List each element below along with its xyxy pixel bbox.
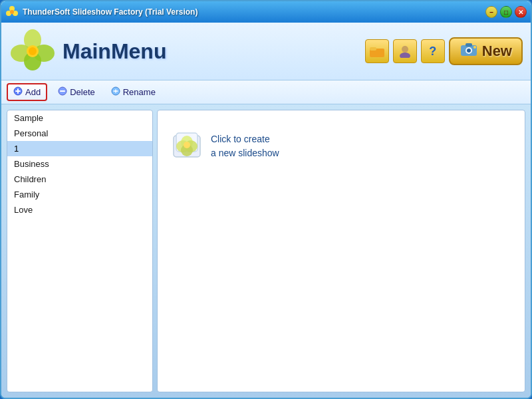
rename-label: Rename	[123, 87, 156, 97]
svg-point-9	[29, 47, 37, 55]
list-item[interactable]: Children	[7, 172, 152, 187]
user-button[interactable]	[393, 39, 417, 63]
logo-area: MainMenu	[9, 28, 166, 74]
svg-point-16	[467, 49, 471, 53]
delete-button[interactable]: Delete	[53, 84, 100, 100]
top-area: MainMenu ?	[1, 23, 531, 80]
create-icon	[171, 130, 203, 162]
list-item[interactable]: Sample	[7, 110, 152, 126]
rename-button[interactable]: Rename	[106, 84, 161, 100]
add-button[interactable]: Add	[7, 83, 47, 101]
main-content: SamplePersonal1BusinessChildrenFamilyLov…	[1, 104, 531, 398]
folder-button[interactable]	[365, 39, 389, 63]
add-icon	[13, 86, 23, 98]
titlebar: ThunderSoft Slideshow Factory (Trial Ver…	[1, 1, 531, 23]
svg-point-3	[10, 10, 14, 14]
new-button-label: New	[482, 43, 512, 60]
main-window: ThunderSoft Slideshow Factory (Trial Ver…	[0, 0, 532, 399]
svg-point-12	[402, 46, 408, 53]
main-title: MainMenu	[63, 39, 166, 64]
svg-point-28	[184, 142, 190, 148]
create-text: Click to create a new slideshow	[211, 132, 279, 160]
list-item[interactable]: Love	[7, 202, 152, 217]
help-button[interactable]: ?	[421, 39, 445, 63]
svg-point-18	[473, 46, 476, 49]
titlebar-left: ThunderSoft Slideshow Factory (Trial Ver…	[5, 5, 198, 19]
slideshow-area: Click to create a new slideshow	[157, 110, 525, 392]
create-line2: a new slideshow	[211, 146, 279, 160]
delete-icon	[58, 86, 67, 98]
app-icon	[5, 5, 19, 19]
svg-point-13	[400, 53, 410, 58]
titlebar-title: ThunderSoft Slideshow Factory (Trial Ver…	[23, 7, 198, 17]
svg-rect-17	[466, 43, 472, 47]
list-item[interactable]: Family	[7, 187, 152, 202]
close-button[interactable]: ✕	[515, 6, 527, 18]
create-slideshow-button[interactable]: Click to create a new slideshow	[171, 130, 279, 162]
top-right-icons: ? New	[365, 37, 523, 65]
titlebar-buttons: – □ ✕	[485, 6, 527, 18]
svg-rect-11	[370, 47, 376, 51]
toolbar: Add Delete Rename	[1, 80, 531, 104]
maximize-button[interactable]: □	[500, 6, 512, 18]
list-item[interactable]: Personal	[7, 126, 152, 141]
camera-icon	[460, 41, 478, 61]
add-label: Add	[25, 87, 41, 97]
list-item[interactable]: Business	[7, 156, 152, 172]
new-button[interactable]: New	[449, 37, 523, 65]
minimize-button[interactable]: –	[485, 6, 497, 18]
create-line1: Click to create	[211, 132, 279, 146]
clover-logo	[9, 28, 56, 74]
category-list: SamplePersonal1BusinessChildrenFamilyLov…	[7, 110, 153, 392]
delete-label: Delete	[70, 87, 95, 97]
rename-icon	[111, 86, 120, 98]
list-item[interactable]: 1	[7, 141, 152, 156]
